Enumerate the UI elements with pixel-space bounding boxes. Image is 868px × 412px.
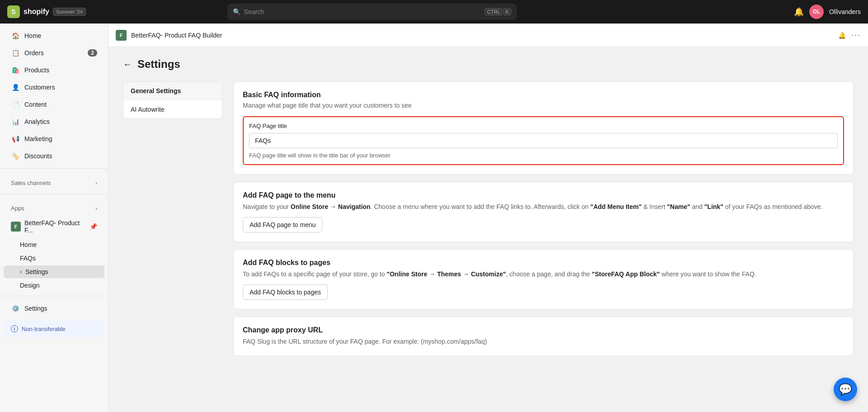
sidebar-label-settings: Settings xyxy=(24,305,97,312)
sidebar-label-orders: Orders xyxy=(24,49,83,57)
non-transferable-label: Non-transferable xyxy=(22,326,66,332)
orders-icon: 📋 xyxy=(11,48,20,57)
header-more-icon[interactable]: ··· xyxy=(851,30,861,40)
add-faq-blocks-button[interactable]: Add FAQ blocks to pages xyxy=(243,284,328,300)
notification-bell-icon[interactable]: 🔔 xyxy=(794,7,804,17)
nav-general-settings[interactable]: General Settings xyxy=(123,82,222,100)
settings-icon: ⚙️ xyxy=(11,304,20,313)
sales-channels-chevron-icon: › xyxy=(95,180,97,186)
discounts-icon: 🏷️ xyxy=(11,152,20,161)
info-icon: i xyxy=(11,325,18,332)
add-faq-menu-button[interactable]: Add FAQ page to menu xyxy=(243,217,322,232)
faq-title-input[interactable] xyxy=(249,133,838,148)
sidebar-item-discounts[interactable]: 🏷️ Discounts xyxy=(4,148,104,164)
topbar: S shopify Summer '24 🔍 CTRL K 🔔 OL Olliv… xyxy=(0,0,868,24)
sales-channels-section[interactable]: Sales channels › xyxy=(4,176,104,190)
sidebar-label-marketing: Marketing xyxy=(24,135,97,142)
app-header-title: BetterFAQ- Product FAQ Builder xyxy=(131,32,222,39)
customers-icon: 👤 xyxy=(11,83,20,92)
change-proxy-card: Change app proxy URL FAQ Slug is the URL… xyxy=(233,317,854,356)
add-to-menu-card: Add FAQ page to the menu Navigate to you… xyxy=(233,182,854,242)
add-to-menu-title: Add FAQ page to the menu xyxy=(243,191,844,199)
shopify-name: shopify xyxy=(24,8,49,16)
app-design-label: Design xyxy=(20,282,97,289)
header-bell-icon[interactable]: 🔔 xyxy=(838,32,846,39)
add-blocks-description: To add FAQs to a specific page of your s… xyxy=(243,270,844,279)
divider-1 xyxy=(0,168,108,169)
settings-content: Basic FAQ information Manage what page t… xyxy=(233,81,854,356)
sidebar-item-customers[interactable]: 👤 Customers xyxy=(4,79,104,95)
basic-faq-card: Basic FAQ information Manage what page t… xyxy=(233,81,854,175)
ctrl-key: CTRL xyxy=(485,8,502,15)
settings-body: General Settings AI Autowrite Basic FAQ … xyxy=(123,81,854,356)
app-logo-icon: F xyxy=(116,30,127,41)
betterfaq-label: BetterFAQ- Product F... xyxy=(24,219,86,234)
divider-2 xyxy=(0,194,108,194)
settings-header: ← Settings xyxy=(123,58,854,71)
avatar[interactable]: OL xyxy=(809,5,824,19)
sidebar-item-marketing[interactable]: 📢 Marketing xyxy=(4,131,104,147)
faq-title-hint: FAQ page title will show in the title ba… xyxy=(249,152,838,159)
sidebar-label-analytics: Analytics xyxy=(24,118,97,125)
sidebar-item-settings[interactable]: ⚙️ Settings xyxy=(4,300,104,317)
marketing-icon: 📢 xyxy=(11,134,20,143)
change-proxy-title: Change app proxy URL xyxy=(243,326,844,334)
sidebar-item-app-design[interactable]: Design xyxy=(4,279,104,292)
topbar-logo: S shopify Summer '24 xyxy=(7,5,86,18)
apps-section[interactable]: Apps › xyxy=(4,201,104,215)
username-label: Ollivanders xyxy=(829,8,861,15)
app-faqs-label: FAQs xyxy=(20,255,97,262)
orders-badge: 2 xyxy=(88,49,97,57)
sidebar-item-app-faqs[interactable]: FAQs xyxy=(4,252,104,265)
basic-faq-subtitle: Manage what page title that you want you… xyxy=(243,102,844,109)
sidebar-label-content: Content xyxy=(24,101,97,108)
app-header-left: F BetterFAQ- Product FAQ Builder xyxy=(116,30,222,41)
betterfaq-app-item[interactable]: F BetterFAQ- Product F... 📌 xyxy=(4,216,104,237)
sidebar-item-analytics[interactable]: 📊 Analytics xyxy=(4,114,104,130)
add-to-menu-description: Navigate to your Online Store → Navigati… xyxy=(243,202,844,212)
app-layout: 🏠 Home 📋 Orders 2 🛍️ Products 👤 Customer… xyxy=(0,24,868,412)
analytics-icon: 📊 xyxy=(11,117,20,126)
settings-title: Settings xyxy=(137,58,180,71)
apps-chevron-icon: › xyxy=(95,205,97,212)
search-icon: 🔍 xyxy=(233,8,241,15)
sidebar-item-app-home[interactable]: Home xyxy=(4,238,104,251)
sidebar-label-home: Home xyxy=(24,32,97,39)
sidebar-item-orders[interactable]: 📋 Orders 2 xyxy=(4,45,104,61)
faq-title-label: FAQ Page title xyxy=(249,123,838,129)
sales-channels-label: Sales channels xyxy=(11,180,51,186)
add-blocks-title: Add FAQ blocks to pages xyxy=(243,259,844,267)
home-icon: 🏠 xyxy=(11,31,20,40)
k-key: K xyxy=(503,8,511,15)
summer-badge: Summer '24 xyxy=(53,8,86,16)
non-transferable-banner: i Non-transferable xyxy=(4,321,104,337)
apps-label: Apps xyxy=(11,205,24,212)
main-content: F BetterFAQ- Product FAQ Builder 🔔 ··· ←… xyxy=(108,24,868,412)
pin-icon: 📌 xyxy=(90,223,97,230)
search-shortcut: CTRL K xyxy=(485,8,511,15)
sidebar-label-customers: Customers xyxy=(24,84,97,91)
change-proxy-description: FAQ Slug is the URL structure of your FA… xyxy=(243,337,844,346)
products-icon: 🛍️ xyxy=(11,66,20,75)
betterfaq-icon: F xyxy=(11,222,21,232)
search-input[interactable] xyxy=(244,8,481,15)
add-blocks-card: Add FAQ blocks to pages To add FAQs to a… xyxy=(233,249,854,309)
settings-page: ← Settings General Settings AI Autowrite… xyxy=(108,47,868,367)
sidebar-item-products[interactable]: 🛍️ Products xyxy=(4,62,104,78)
sidebar-item-home[interactable]: 🏠 Home xyxy=(4,28,104,44)
topbar-right: 🔔 OL Ollivanders xyxy=(794,5,861,19)
sidebar-label-discounts: Discounts xyxy=(24,152,97,160)
sidebar-item-app-settings[interactable]: › Settings xyxy=(4,265,104,278)
search-bar[interactable]: 🔍 CTRL K xyxy=(227,4,517,20)
divider-3 xyxy=(0,296,108,296)
active-chevron-icon: › xyxy=(20,269,22,275)
sidebar-label-products: Products xyxy=(24,66,97,74)
sidebar-item-content[interactable]: 📄 Content xyxy=(4,96,104,113)
shopify-icon: S xyxy=(7,5,20,18)
back-button[interactable]: ← xyxy=(123,59,132,70)
nav-ai-autowrite[interactable]: AI Autowrite xyxy=(123,100,222,118)
app-header-right: 🔔 ··· xyxy=(838,30,861,40)
app-header: F BetterFAQ- Product FAQ Builder 🔔 ··· xyxy=(108,24,868,47)
sidebar: 🏠 Home 📋 Orders 2 🛍️ Products 👤 Customer… xyxy=(0,24,108,412)
chat-button[interactable]: 💬 xyxy=(834,378,857,401)
